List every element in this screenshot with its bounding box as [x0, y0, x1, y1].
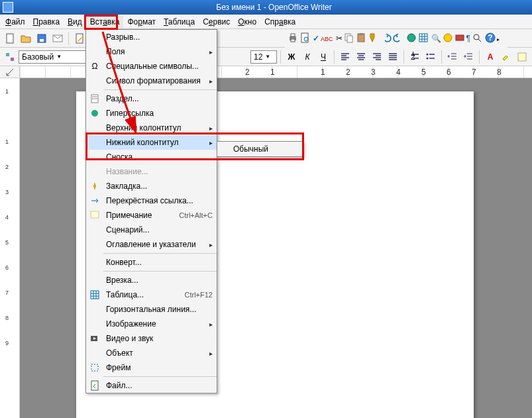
menu-item-table[interactable]: Таблица...Ctrl+F12 — [86, 287, 217, 302]
menu-item-fields[interactable]: Поля▸ — [86, 44, 217, 59]
svg-rect-13 — [518, 53, 526, 61]
toolbar-formatting: Базовый▼ 12▼ Ж К Ч 12 A — [0, 48, 532, 66]
edit-mode-button[interactable] — [72, 31, 87, 46]
menu-format[interactable]: Формат — [123, 15, 160, 28]
menu-item-file[interactable]: Файл... — [86, 378, 217, 393]
svg-text:?: ? — [488, 33, 492, 42]
vertical-ruler[interactable]: 1 1 2 3 4 5 6 7 8 9 — [0, 78, 20, 418]
print-button[interactable] — [288, 32, 298, 45]
table-button[interactable] — [418, 32, 429, 45]
submenu-item-default[interactable]: Обычный — [217, 142, 303, 156]
find-button[interactable]: 🔍 — [431, 34, 441, 43]
bold-button[interactable]: Ж — [284, 50, 299, 64]
menu-item-cross-ref[interactable]: Перекрёстная ссылка... — [86, 193, 217, 208]
paste-button[interactable] — [356, 32, 366, 45]
highlight-button[interactable] — [499, 50, 513, 64]
menu-item-footer[interactable]: Нижний колонтитул▸ — [86, 135, 217, 150]
paragraph-style-combo[interactable]: Базовый▼ — [19, 50, 95, 64]
increase-indent-button[interactable] — [461, 50, 476, 64]
svg-point-23 — [407, 34, 415, 42]
menu-view[interactable]: Вид — [64, 15, 86, 28]
svg-text:2: 2 — [411, 52, 415, 62]
menu-item-special-chars[interactable]: ΩСпециальные символы... — [86, 59, 217, 74]
decrease-indent-button[interactable] — [445, 50, 460, 64]
menu-bar: ФФайлайл Правка Вид Вставка Формат Табли… — [0, 15, 532, 29]
menu-item-formatting-mark[interactable]: Символ форматирования▸ — [86, 74, 217, 88]
menu-item-toc[interactable]: Оглавление и указатели▸ — [86, 237, 217, 252]
underline-button[interactable]: Ч — [316, 50, 331, 64]
separator — [280, 50, 281, 64]
copy-button[interactable] — [344, 32, 354, 45]
separator — [68, 32, 69, 45]
menu-item-object[interactable]: Объект▸ — [86, 346, 217, 360]
chevron-down-icon: ▼ — [265, 54, 270, 60]
help-button[interactable]: ? — [485, 32, 496, 45]
menu-item-footnote[interactable]: Сноска... — [86, 150, 217, 164]
menu-insert[interactable]: Вставка — [86, 15, 124, 28]
svg-rect-22 — [359, 33, 363, 35]
font-color-button[interactable]: A — [483, 50, 498, 64]
styles-button[interactable] — [3, 50, 17, 64]
toolbar-overflow-button[interactable]: ▸ — [497, 34, 505, 43]
navigator-button[interactable] — [443, 32, 453, 45]
menu-divider — [103, 271, 217, 272]
undo-button[interactable] — [381, 32, 392, 45]
preview-button[interactable] — [299, 32, 310, 45]
menu-item-frame2[interactable]: Фрейм — [86, 360, 217, 375]
menu-item-script[interactable]: Сценарий... — [86, 223, 217, 237]
gallery-button[interactable] — [454, 32, 465, 45]
menu-help[interactable]: Справка — [260, 15, 299, 28]
menu-item-frame[interactable]: Врезка... — [86, 273, 217, 287]
cut-button[interactable]: ✂ — [336, 34, 343, 43]
menu-item-header[interactable]: Верхний колонтитул▸ — [86, 121, 217, 135]
font-size-combo[interactable]: 12▼ — [250, 50, 277, 64]
menu-item-break[interactable]: Разрыв... — [86, 30, 217, 44]
spellcheck-button[interactable]: ✓ — [313, 34, 319, 43]
menu-item-section[interactable]: Раздел... — [86, 91, 217, 106]
svg-rect-33 — [91, 211, 99, 218]
menu-item-hrule[interactable]: Горизонтальная линия... — [86, 302, 217, 317]
footer-submenu: Обычный — [217, 141, 303, 157]
menu-item-title[interactable]: Название... — [86, 164, 217, 179]
svg-point-27 — [474, 34, 479, 40]
zoom-button[interactable] — [472, 32, 482, 45]
align-right-button[interactable] — [370, 50, 384, 64]
align-center-button[interactable] — [354, 50, 368, 64]
svg-text:Ω: Ω — [92, 62, 98, 71]
work-area: 1 1 2 3 4 5 6 7 8 9 — [0, 78, 532, 418]
font-size-value: 12 — [254, 52, 262, 62]
align-justify-button[interactable] — [386, 50, 400, 64]
svg-point-32 — [91, 110, 98, 117]
frame-icon — [89, 362, 100, 373]
open-button[interactable] — [19, 31, 33, 46]
email-button[interactable] — [50, 31, 65, 46]
svg-rect-37 — [91, 381, 98, 390]
menu-item-image[interactable]: Изображение▸ — [86, 317, 217, 331]
italic-button[interactable]: К — [300, 50, 315, 64]
hyperlink-button[interactable] — [406, 32, 417, 45]
new-doc-button[interactable] — [3, 31, 17, 46]
svg-point-11 — [427, 53, 429, 55]
menu-window[interactable]: Окно — [234, 15, 260, 28]
media-icon — [89, 333, 100, 344]
chevron-right-icon: ▸ — [209, 241, 213, 248]
numbered-list-button[interactable]: 12 — [407, 50, 422, 64]
bg-color-button[interactable] — [515, 50, 529, 64]
menu-item-bookmark[interactable]: Закладка... — [86, 179, 217, 193]
menu-item-media[interactable]: Видео и звук — [86, 331, 217, 346]
menu-tools[interactable]: Сервис — [199, 15, 234, 28]
chevron-right-icon: ▸ — [209, 350, 213, 357]
save-button[interactable] — [34, 31, 49, 46]
align-left-button[interactable] — [338, 50, 352, 64]
format-paintbrush-button[interactable] — [368, 32, 378, 45]
menu-item-envelope[interactable]: Конверт... — [86, 255, 217, 270]
menu-file[interactable]: ФФайлайл — [1, 15, 29, 28]
menu-table[interactable]: Таблица — [160, 15, 199, 28]
redo-button[interactable] — [393, 32, 403, 45]
menu-item-hyperlink[interactable]: Гиперссылка — [86, 106, 217, 121]
nonprint-chars-button[interactable]: ¶ — [466, 34, 470, 43]
menu-item-note[interactable]: ПримечаниеCtrl+Alt+C — [86, 208, 217, 223]
autospell-button[interactable]: ABC — [321, 34, 333, 43]
bullet-list-button[interactable] — [423, 50, 438, 64]
menu-edit[interactable]: Правка — [29, 15, 64, 28]
